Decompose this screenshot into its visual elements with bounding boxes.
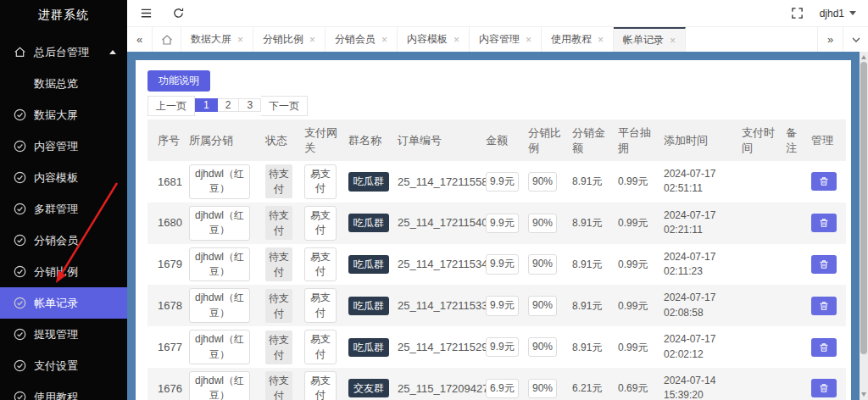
tab[interactable]: 内容管理 × bbox=[470, 27, 542, 52]
page-button[interactable]: 3 bbox=[239, 98, 261, 112]
content-panel: 功能说明 上一页 123 下一页 序号所属分销状态支付网关群名称订单编号金额分销… bbox=[136, 60, 851, 400]
column-header: 平台抽拥 bbox=[614, 119, 659, 161]
app-title: 进群系统 bbox=[0, 0, 127, 29]
remark bbox=[782, 203, 807, 244]
tab[interactable]: 帐单记录 × bbox=[614, 27, 686, 52]
prev-page-button[interactable]: 上一页 bbox=[147, 96, 195, 116]
column-header: 群名称 bbox=[344, 119, 393, 161]
column-header: 备注 bbox=[782, 119, 807, 161]
tab-close-icon[interactable]: × bbox=[598, 34, 604, 46]
pay-time bbox=[737, 244, 782, 286]
row-seq: 1678 bbox=[147, 285, 185, 326]
tab[interactable]: 分销比例 × bbox=[253, 27, 326, 52]
order-number: 25_114_1721154071 bbox=[393, 203, 481, 244]
tab-close-icon[interactable]: × bbox=[309, 34, 315, 46]
home-tab[interactable] bbox=[153, 27, 181, 52]
fullscreen-icon[interactable] bbox=[791, 7, 804, 20]
delete-row-button[interactable] bbox=[811, 255, 837, 274]
trash-icon bbox=[819, 218, 829, 228]
username: djhd1 bbox=[820, 8, 844, 19]
sidebar-item[interactable]: 支付设置 bbox=[0, 350, 127, 381]
home-icon bbox=[161, 34, 173, 46]
platform-fee: 0.69元 bbox=[614, 368, 659, 400]
tab[interactable]: 内容模板 × bbox=[398, 27, 470, 52]
tab[interactable]: 分销会员 × bbox=[326, 27, 398, 52]
column-header: 状态 bbox=[261, 119, 300, 161]
tabs-menu-icon[interactable] bbox=[843, 27, 868, 52]
group-badge: 交友群 bbox=[348, 379, 389, 397]
ratio-box: 90% bbox=[528, 337, 557, 357]
next-page-button[interactable]: 下一页 bbox=[261, 96, 308, 116]
delete-row-button[interactable] bbox=[811, 338, 837, 357]
page-button[interactable]: 1 bbox=[195, 98, 218, 112]
amount-box: 6.9元 bbox=[486, 379, 519, 398]
row-seq: 1676 bbox=[147, 368, 185, 400]
tab-close-icon[interactable]: × bbox=[670, 35, 676, 47]
scrollbar-down-icon[interactable] bbox=[861, 392, 866, 397]
sidebar-item[interactable]: 使用教程 bbox=[0, 381, 127, 400]
status-badge: 待支付 bbox=[265, 331, 292, 364]
pay-time bbox=[737, 326, 782, 368]
tab[interactable]: 数据大屏 × bbox=[181, 27, 253, 52]
agent-box: djhdwl（红豆） bbox=[189, 288, 250, 323]
sidebar-item[interactable]: 多群管理 bbox=[0, 193, 127, 225]
scrollbar-thumb[interactable] bbox=[860, 62, 867, 354]
scrollbar[interactable] bbox=[860, 52, 868, 400]
check-circle-icon bbox=[14, 297, 26, 309]
sidebar-item[interactable]: 总后台管理 bbox=[0, 36, 127, 68]
added-time: 2024-07-17 02:51:11 bbox=[659, 161, 737, 203]
table-row: 1681 djhdwl（红豆） 待支付 易支付 吃瓜群 25_114_17211… bbox=[147, 161, 846, 203]
agent-box: djhdwl（红豆） bbox=[189, 371, 250, 400]
tab[interactable]: 使用教程 × bbox=[542, 27, 614, 52]
gateway-box: 易支付 bbox=[304, 371, 337, 400]
user-menu[interactable]: djhd1 bbox=[820, 8, 856, 19]
sidebar-item[interactable]: 数据大屏 bbox=[0, 99, 127, 131]
status-badge: 待支付 bbox=[265, 371, 292, 400]
page-button[interactable]: 2 bbox=[218, 98, 240, 112]
agent-box: djhdwl（红豆） bbox=[189, 330, 250, 364]
sidebar-item[interactable]: 分销会员 bbox=[0, 225, 127, 256]
delete-row-button[interactable] bbox=[811, 379, 837, 397]
added-time: 2024-07-17 02:21:11 bbox=[659, 203, 737, 244]
agent-box: djhdwl（红豆） bbox=[189, 206, 250, 241]
tab-close-icon[interactable]: × bbox=[526, 34, 531, 46]
column-header: 分销金额 bbox=[568, 119, 614, 161]
order-number: 25_114_1721153338 bbox=[393, 285, 481, 326]
table-header-row: 序号所属分销状态支付网关群名称订单编号金额分销比例分销金额平台抽拥添加时间支付时… bbox=[147, 119, 846, 161]
delete-row-button[interactable] bbox=[811, 172, 837, 191]
share-amount: 8.91元 bbox=[568, 203, 614, 244]
delete-row-button[interactable] bbox=[811, 297, 837, 315]
sidebar-item[interactable]: 内容管理 bbox=[0, 131, 127, 162]
delete-row-button[interactable] bbox=[811, 214, 837, 232]
check-circle-icon bbox=[14, 234, 26, 247]
sidebar-item[interactable]: 内容模板 bbox=[0, 162, 127, 193]
added-time: 2024-07-17 02:02:12 bbox=[659, 326, 737, 368]
sidebar-item[interactable]: 提现管理 bbox=[0, 319, 127, 350]
sidebar-item[interactable]: 数据总览 bbox=[0, 68, 127, 99]
sidebar-item[interactable]: 分销比例 bbox=[0, 256, 127, 287]
column-header: 订单编号 bbox=[393, 119, 481, 161]
sidebar-item[interactable]: 帐单记录 bbox=[0, 287, 127, 319]
collapse-menu-icon[interactable] bbox=[139, 7, 153, 20]
gateway-box: 易支付 bbox=[304, 247, 337, 282]
agent-box: djhdwl（红豆） bbox=[189, 164, 250, 199]
share-amount: 8.91元 bbox=[568, 285, 614, 326]
home-icon bbox=[14, 46, 26, 58]
tab-close-icon[interactable]: × bbox=[381, 34, 387, 46]
tabs-scroll-right-icon[interactable]: » bbox=[817, 27, 843, 52]
pay-time bbox=[737, 368, 782, 400]
scrollbar-up-icon[interactable] bbox=[861, 55, 866, 59]
chevron-down-icon bbox=[849, 11, 856, 15]
pay-time bbox=[737, 203, 782, 244]
refresh-icon[interactable] bbox=[171, 7, 185, 20]
help-button[interactable]: 功能说明 bbox=[147, 70, 210, 92]
order-number: 25_114_1721153483 bbox=[393, 244, 481, 286]
added-time: 2024-07-17 02:11:23 bbox=[659, 244, 737, 286]
agent-box: djhdwl（红豆） bbox=[189, 247, 250, 282]
tab-close-icon[interactable]: × bbox=[453, 34, 459, 46]
platform-fee: 0.99元 bbox=[614, 203, 659, 244]
added-time: 2024-07-14 15:39:20 bbox=[659, 368, 737, 400]
tab-close-icon[interactable]: × bbox=[237, 34, 243, 46]
tabs-scroll-left-icon[interactable]: « bbox=[127, 27, 153, 52]
ratio-box: 90% bbox=[528, 214, 557, 233]
